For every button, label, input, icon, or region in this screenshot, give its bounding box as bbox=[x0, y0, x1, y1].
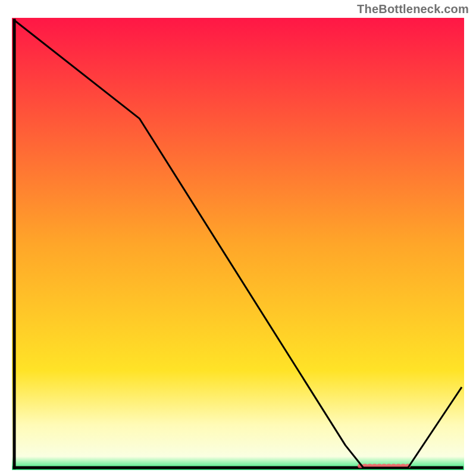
gradient-background bbox=[12, 18, 464, 470]
chart-svg bbox=[12, 18, 464, 470]
attribution-text: TheBottleneck.com bbox=[357, 2, 469, 16]
plot-area bbox=[12, 18, 464, 470]
chart-container: TheBottleneck.com bbox=[0, 0, 476, 476]
